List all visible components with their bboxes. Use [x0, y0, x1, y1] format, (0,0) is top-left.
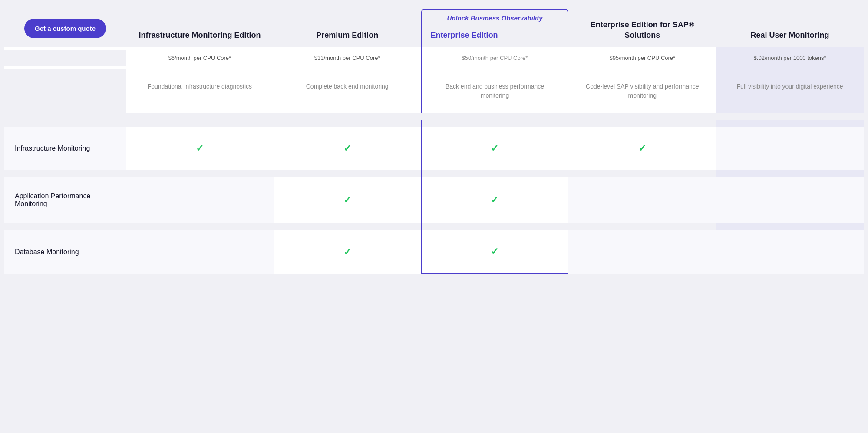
rum-desc: Full visibility into your digital experi…: [716, 69, 864, 113]
rum-infra-check: [716, 127, 864, 170]
feature-section-apm: Application Performance Monitoring ✓ ✓: [4, 177, 864, 223]
sep1-col4: [568, 120, 716, 127]
sep2-col5: [716, 170, 864, 177]
sep3-col4: [568, 223, 716, 230]
premium-header: Premium Edition: [274, 22, 421, 47]
unlock-badge: Unlock Business Observability: [426, 14, 564, 23]
cta-cell: Get a custom quote: [4, 10, 126, 47]
premium-infra-check: ✓: [274, 127, 421, 170]
infra-edition-name: Infrastructure Monitoring Edition: [135, 30, 265, 40]
infra-header: Infrastructure Monitoring Edition: [126, 22, 274, 47]
check-icon: ✓: [343, 194, 351, 206]
sep3-col2: [274, 223, 421, 230]
enterprise-badge-area: Unlock Business Observability: [422, 10, 568, 23]
enterprise-apm-check: ✓: [421, 177, 569, 223]
sap-price: $95/month per CPU Core*: [568, 47, 716, 69]
rum-header: Real User Monitoring: [716, 22, 864, 47]
desc-row: Foundational infrastructure diagnostics …: [4, 69, 864, 113]
pricing-table: Get a custom quote Infrastructure Monito…: [4, 9, 864, 274]
infra-price: $6/month per CPU Core*: [126, 47, 274, 69]
check-icon: ✓: [343, 143, 351, 154]
infra-infra-check: ✓: [126, 127, 274, 170]
feature-section-db: Database Monitoring ✓ ✓: [4, 230, 864, 274]
feature-section-infra: Infrastructure Monitoring ✓ ✓ ✓ ✓: [4, 127, 864, 170]
sep2-col3: [421, 170, 569, 177]
sap-edition-name: Enterprise Edition for SAP® Solutions: [577, 20, 707, 40]
infra-db-check: [126, 230, 274, 274]
sep3-col3: [421, 223, 569, 230]
sep1-col1: [126, 120, 274, 127]
feature-row-infra: Infrastructure Monitoring ✓ ✓ ✓ ✓: [4, 127, 864, 170]
sep1-col2: [274, 120, 421, 127]
sep1-col0: [4, 120, 126, 127]
feature-row-db: Database Monitoring ✓ ✓: [4, 230, 864, 274]
infra-apm-check: [126, 177, 274, 223]
premium-price: $33/month per CPU Core*: [274, 47, 421, 69]
rum-db-check: [716, 230, 864, 274]
feature-label-db: Database Monitoring: [4, 230, 126, 274]
price-empty-cell: [4, 50, 126, 66]
sap-db-check: [568, 230, 716, 274]
premium-db-check: ✓: [274, 230, 421, 274]
header-row: Get a custom quote Infrastructure Monito…: [4, 9, 864, 47]
sep2-col2: [274, 170, 421, 177]
feature-label-infra: Infrastructure Monitoring: [4, 127, 126, 170]
check-icon: ✓: [196, 143, 204, 154]
sep3-col5: [716, 223, 864, 230]
sep3-col1: [126, 223, 274, 230]
check-icon: ✓: [491, 143, 498, 154]
premium-edition-name: Premium Edition: [282, 30, 413, 40]
desc-empty-cell: [4, 69, 126, 113]
sep2-col4: [568, 170, 716, 177]
check-icon: ✓: [638, 143, 646, 154]
sap-infra-check: ✓: [568, 127, 716, 170]
sap-header: Enterprise Edition for SAP® Solutions: [568, 11, 716, 47]
enterprise-infra-check: ✓: [421, 127, 569, 170]
infra-desc: Foundational infrastructure diagnostics: [126, 69, 274, 113]
page-wrapper: Get a custom quote Infrastructure Monito…: [0, 0, 868, 282]
enterprise-db-check: ✓: [421, 230, 569, 274]
rum-edition-name: Real User Monitoring: [725, 30, 855, 40]
sap-desc: Code-level SAP visibility and performanc…: [568, 69, 716, 113]
separator-1: [4, 120, 864, 127]
separator-3: [4, 223, 864, 230]
enterprise-desc: Back end and business performance monito…: [421, 69, 569, 113]
sep2-col0: [4, 170, 126, 177]
enterprise-price-strikethrough: $50/month per CPU Core*: [462, 55, 528, 61]
check-icon: ✓: [491, 194, 498, 206]
enterprise-header: Unlock Business Observability Enterprise…: [421, 9, 569, 47]
separator-2: [4, 170, 864, 177]
feature-label-apm: Application Performance Monitoring: [4, 177, 126, 223]
get-custom-quote-button[interactable]: Get a custom quote: [24, 19, 106, 38]
feature-row-apm: Application Performance Monitoring ✓ ✓: [4, 177, 864, 223]
enterprise-edition-name: Enterprise Edition: [431, 30, 559, 40]
enterprise-price: $50/month per CPU Core*: [421, 47, 569, 69]
check-icon: ✓: [491, 246, 498, 257]
sep1-col5: [716, 120, 864, 127]
enterprise-name-area: Enterprise Edition: [422, 26, 568, 47]
rum-apm-check: [716, 177, 864, 223]
premium-apm-check: ✓: [274, 177, 421, 223]
premium-desc: Complete back end monitoring: [274, 69, 421, 113]
price-row: $6/month per CPU Core* $33/month per CPU…: [4, 47, 864, 69]
sep1-col3: [421, 120, 569, 127]
check-icon: ✓: [343, 246, 351, 258]
sep3-col0: [4, 223, 126, 230]
sap-apm-check: [568, 177, 716, 223]
sep2-col1: [126, 170, 274, 177]
rum-price: $.02/month per 1000 tokens*: [716, 47, 864, 69]
